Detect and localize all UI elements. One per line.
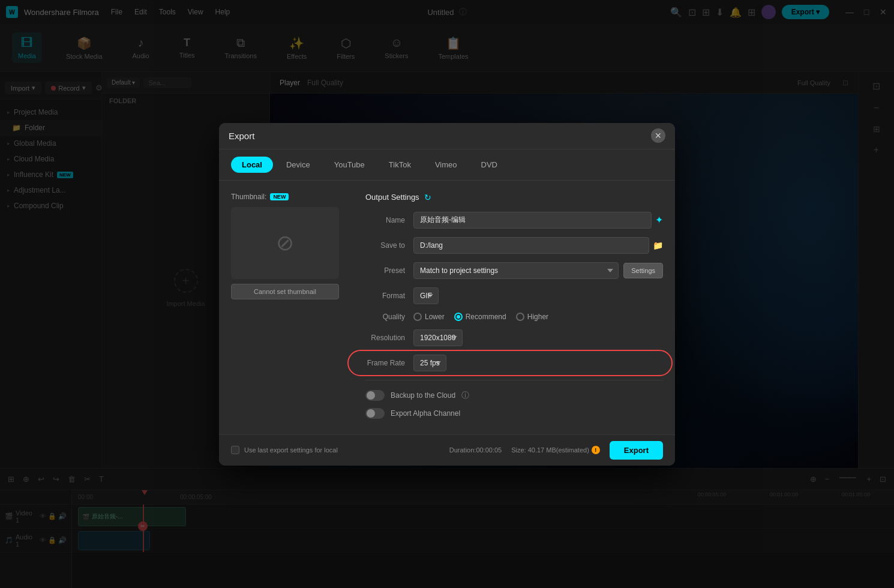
tab-tiktok[interactable]: TikTok xyxy=(378,157,422,173)
use-last-check-input[interactable] xyxy=(231,446,239,454)
preset-select[interactable]: Match to project settings xyxy=(413,262,619,279)
size-text: Size: 40.17 MB(estimated) xyxy=(511,446,589,454)
name-row: Name ✦ xyxy=(365,212,663,229)
format-control: GIF xyxy=(413,287,663,304)
modal-footer: Use last export settings for local Durat… xyxy=(219,434,675,466)
frame-rate-control: 25 fps xyxy=(413,355,663,371)
thumbnail-new-badge: NEW xyxy=(270,193,289,200)
export-modal: Export ✕ Local Device YouTube TikTok Vim… xyxy=(219,123,675,466)
frame-rate-select[interactable]: 25 fps xyxy=(413,355,446,371)
output-refresh-icon[interactable]: ↻ xyxy=(424,193,431,202)
tab-dvd[interactable]: DVD xyxy=(470,157,508,173)
save-to-control: D:/lang 📁 xyxy=(413,237,663,254)
output-settings-title: Output Settings ↻ xyxy=(365,193,663,202)
thumbnail-section: Thumbnail: NEW ⊘ Cannot set thumbnail xyxy=(231,193,351,422)
quality-row: Quality Lower Recommend xyxy=(365,313,663,321)
export-alpha-thumb xyxy=(367,409,375,418)
frame-rate-label: Frame Rate xyxy=(365,359,413,367)
export-alpha-label: Export Alpha Channel xyxy=(391,409,460,418)
preset-row: Preset Match to project settings Setting… xyxy=(365,262,663,279)
quality-higher-label: Higher xyxy=(527,313,548,321)
quality-recommend[interactable]: Recommend xyxy=(454,313,506,321)
backup-cloud-row: Backup to the Cloud ⓘ xyxy=(365,386,663,404)
modal-body: Thumbnail: NEW ⊘ Cannot set thumbnail Ou… xyxy=(219,181,675,434)
resolution-label: Resolution xyxy=(365,334,413,342)
name-label: Name xyxy=(365,216,413,224)
size-info: Size: 40.17 MB(estimated) ! xyxy=(511,446,600,454)
format-row: Format GIF xyxy=(365,287,663,304)
quality-recommend-radio xyxy=(454,313,463,321)
settings-button[interactable]: Settings xyxy=(623,263,663,278)
save-to-path: D:/lang xyxy=(413,237,649,254)
export-final-button[interactable]: Export xyxy=(610,441,663,460)
quality-lower-radio xyxy=(413,313,422,321)
tab-device[interactable]: Device xyxy=(275,157,321,173)
modal-overlay: Export ✕ Local Device YouTube TikTok Vim… xyxy=(0,0,894,588)
name-input[interactable] xyxy=(413,212,652,229)
use-last-checkbox[interactable]: Use last export settings for local xyxy=(231,446,338,454)
modal-close-button[interactable]: ✕ xyxy=(651,128,665,143)
tab-local[interactable]: Local xyxy=(231,157,273,173)
quality-label: Quality xyxy=(365,313,413,321)
thumbnail-no-icon: ⊘ xyxy=(276,230,294,256)
backup-cloud-help-icon[interactable]: ⓘ xyxy=(461,390,469,401)
quality-lower-label: Lower xyxy=(425,313,445,321)
resolution-select[interactable]: 1920x1080 xyxy=(413,329,463,346)
name-control: ✦ xyxy=(413,212,663,229)
duration-info: Duration:00:00:05 xyxy=(449,446,502,454)
quality-higher-radio xyxy=(516,313,524,321)
size-info-icon[interactable]: ! xyxy=(592,446,600,454)
footer-right: Duration:00:00:05 Size: 40.17 MB(estimat… xyxy=(449,441,663,460)
resolution-control: 1920x1080 xyxy=(413,329,663,346)
format-label: Format xyxy=(365,292,413,300)
quality-recommend-label: Recommend xyxy=(466,313,506,321)
use-last-label: Use last export settings for local xyxy=(244,446,338,454)
output-settings-section: Output Settings ↻ Name ✦ Save to D:/lang xyxy=(365,193,663,422)
tab-youtube[interactable]: YouTube xyxy=(323,157,376,173)
modal-header: Export ✕ xyxy=(219,123,675,149)
tab-vimeo[interactable]: Vimeo xyxy=(424,157,468,173)
quality-recommend-dot xyxy=(457,315,460,319)
export-alpha-toggle[interactable] xyxy=(365,408,385,419)
modal-title: Export xyxy=(229,131,254,141)
thumbnail-preview: ⊘ xyxy=(231,207,339,279)
save-to-row: Save to D:/lang 📁 xyxy=(365,237,663,254)
backup-cloud-thumb xyxy=(367,391,375,400)
cannot-thumbnail-button[interactable]: Cannot set thumbnail xyxy=(231,284,339,299)
quality-control: Lower Recommend Higher xyxy=(413,313,663,321)
thumbnail-label: Thumbnail: NEW xyxy=(231,193,351,201)
format-select[interactable]: GIF xyxy=(413,287,439,304)
divider xyxy=(365,380,663,380)
ai-icon[interactable]: ✦ xyxy=(655,214,663,226)
browse-icon[interactable]: 📁 xyxy=(653,241,663,250)
preset-label: Preset xyxy=(365,266,413,275)
resolution-row: Resolution 1920x1080 xyxy=(365,329,663,346)
backup-cloud-label: Backup to the Cloud xyxy=(391,391,455,400)
backup-cloud-toggle[interactable] xyxy=(365,390,385,401)
quality-lower[interactable]: Lower xyxy=(413,313,445,321)
frame-rate-row: Frame Rate 25 fps xyxy=(365,355,663,371)
preset-control: Match to project settings Settings xyxy=(413,262,663,279)
save-to-label: Save to xyxy=(365,241,413,250)
export-alpha-row: Export Alpha Channel xyxy=(365,404,663,422)
quality-higher[interactable]: Higher xyxy=(516,313,548,321)
modal-tabs: Local Device YouTube TikTok Vimeo DVD xyxy=(219,149,675,181)
